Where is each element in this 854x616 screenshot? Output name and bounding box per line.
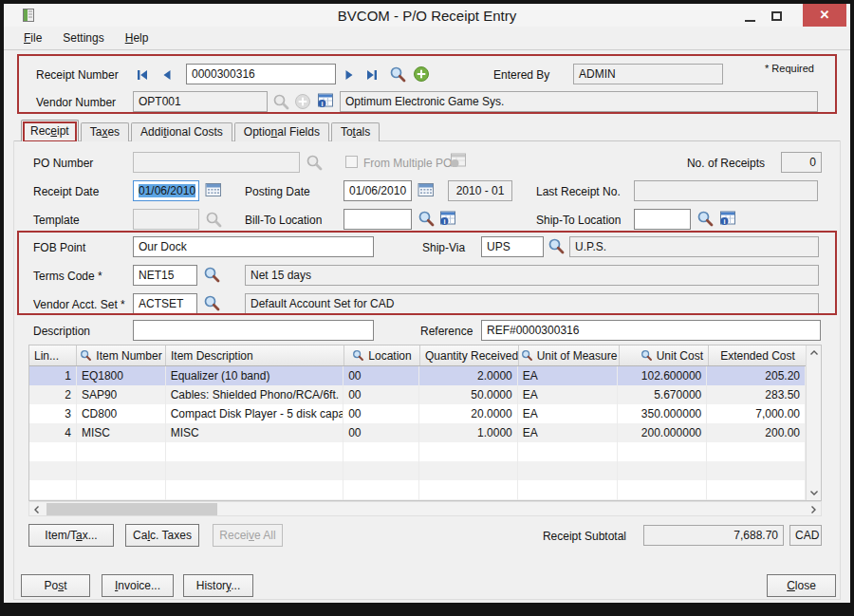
vendor-acct-set-input[interactable]: ACTSET <box>133 293 197 314</box>
tab-taxes[interactable]: Taxes <box>81 122 129 141</box>
nav-next-icon[interactable] <box>342 67 357 83</box>
grid-cell-unit_cost[interactable]: 102.600000 <box>618 366 707 385</box>
grid-cell-location[interactable] <box>343 499 419 500</box>
grid-cell-item_number[interactable]: MISC <box>77 423 166 442</box>
vendor-inquiry-icon[interactable]: i <box>317 93 334 108</box>
vertical-scrollbar[interactable] <box>806 345 821 500</box>
column-finder-icon[interactable] <box>640 349 653 362</box>
grid-cell-item_description[interactable]: Compact Disk Player - 5 disk capacity <box>166 404 344 423</box>
grid-cell-line[interactable]: 1 <box>29 366 77 385</box>
grid-cell-unit_of_measure[interactable]: EA <box>518 423 619 442</box>
grid-cell-item_number[interactable]: SAP90 <box>77 385 166 404</box>
grid-cell-item_description[interactable] <box>166 461 344 480</box>
table-row-1[interactable]: 1EQ1800Equalizer (10 band)002.0000EA102.… <box>29 366 806 385</box>
ship-to-location-input[interactable] <box>634 209 691 230</box>
grid-cell-unit_cost[interactable] <box>618 499 707 500</box>
ship-to-finder-icon[interactable] <box>696 210 715 228</box>
grid-cell-location[interactable]: 00 <box>343 404 419 423</box>
scroll-left-icon[interactable] <box>31 504 43 515</box>
tab-receipt[interactable]: Receipt <box>21 120 79 141</box>
grid-cell-location[interactable] <box>343 480 419 499</box>
grid-cell-line[interactable]: 3 <box>29 404 77 423</box>
grid-cell-item_number[interactable] <box>77 461 166 480</box>
scroll-up-icon[interactable] <box>808 347 820 359</box>
vendor-number-field[interactable]: OPT001 <box>133 91 268 112</box>
grid-cell-item_description[interactable]: MISC <box>166 423 344 442</box>
column-header-item_description[interactable]: Item Description <box>166 345 344 365</box>
grid-cell-item_number[interactable]: EQ1800 <box>77 366 166 385</box>
grid-cell-unit_cost[interactable]: 350.000000 <box>618 404 707 423</box>
grid-cell-extended_cost[interactable] <box>707 480 806 499</box>
grid-cell-unit_of_measure[interactable] <box>518 461 619 480</box>
nav-last-icon[interactable] <box>364 67 380 83</box>
bill-to-finder-icon[interactable] <box>418 210 436 228</box>
vendor-acct-finder-icon[interactable] <box>203 294 221 312</box>
close-button[interactable]: Close <box>767 574 836 597</box>
grid-cell-unit_cost[interactable]: 200.000000 <box>618 423 707 442</box>
grid-cell-unit_cost[interactable] <box>618 442 707 461</box>
maximize-button[interactable] <box>767 9 788 25</box>
item-tax-button[interactable]: Item/Tax... <box>28 524 114 547</box>
description-input[interactable] <box>133 320 374 341</box>
receipt-date-input[interactable]: 01/06/2010 <box>133 180 199 201</box>
grid-cell-unit_cost[interactable]: 5.670000 <box>618 385 707 404</box>
table-row-empty[interactable] <box>29 480 806 499</box>
grid-cell-quantity_received[interactable]: 1.0000 <box>419 423 518 442</box>
column-header-line[interactable]: Lin... <box>29 345 77 365</box>
grid-cell-line[interactable] <box>29 461 77 480</box>
grid-cell-item_description[interactable]: Equalizer (10 band) <box>166 366 344 385</box>
grid-cell-quantity_received[interactable] <box>419 442 518 461</box>
column-header-quantity_received[interactable]: Quantity Received <box>420 345 519 365</box>
ship-to-inquiry-icon[interactable]: i <box>719 211 736 226</box>
grid-cell-quantity_received[interactable]: 50.0000 <box>419 385 518 404</box>
receipt-finder-icon[interactable] <box>389 65 407 84</box>
grid-cell-item_description[interactable] <box>166 480 344 499</box>
horizontal-scrollbar[interactable] <box>28 501 822 516</box>
grid-cell-quantity_received[interactable]: 20.0000 <box>419 404 518 423</box>
grid-cell-line[interactable] <box>29 499 77 500</box>
grid-cell-quantity_received[interactable] <box>419 499 518 500</box>
grid-cell-item_description[interactable] <box>166 499 344 500</box>
grid-cell-unit_cost[interactable] <box>618 461 707 480</box>
table-row-empty[interactable] <box>29 442 806 461</box>
grid-cell-location[interactable]: 00 <box>343 423 419 442</box>
grid-cell-location[interactable] <box>343 461 419 480</box>
column-finder-icon[interactable] <box>80 349 92 362</box>
grid-cell-extended_cost[interactable]: 7,000.00 <box>707 404 806 423</box>
grid-cell-unit_cost[interactable] <box>618 480 707 499</box>
grid-cell-unit_of_measure[interactable] <box>518 442 619 461</box>
post-button[interactable]: Post <box>21 574 90 597</box>
column-header-extended_cost[interactable]: Extended Cost <box>709 345 808 365</box>
column-finder-icon[interactable] <box>521 349 533 362</box>
table-row-4[interactable]: 4MISCMISC001.0000EA200.000000200.00 <box>29 423 806 442</box>
grid-cell-unit_of_measure[interactable]: EA <box>518 366 619 385</box>
grid-cell-line[interactable] <box>29 480 77 499</box>
menu-item-help[interactable]: Help <box>117 29 158 47</box>
terms-code-input[interactable]: NET15 <box>133 265 197 286</box>
grid-cell-quantity_received[interactable] <box>419 461 518 480</box>
grid-cell-item_number[interactable]: CD800 <box>77 404 166 423</box>
minimize-button[interactable] <box>740 9 761 25</box>
grid-cell-item_description[interactable] <box>166 442 344 461</box>
close-window-button[interactable]: ✕ <box>803 4 846 27</box>
terms-finder-icon[interactable] <box>203 266 221 284</box>
grid-cell-line[interactable]: 2 <box>29 385 77 404</box>
grid-cell-line[interactable] <box>29 442 77 461</box>
grid-cell-line[interactable]: 4 <box>29 423 77 442</box>
invoice-button[interactable]: Invoice... <box>102 574 174 597</box>
column-header-unit_cost[interactable]: Unit Cost <box>620 345 709 365</box>
grid-cell-extended_cost[interactable]: 200.00 <box>707 423 806 442</box>
grid-cell-item_number[interactable] <box>77 442 166 461</box>
grid-cell-item_number[interactable] <box>77 499 166 500</box>
tab-additional-costs[interactable]: Additional Costs <box>131 122 232 141</box>
tab-totals[interactable]: Totals <box>331 122 380 141</box>
history-button[interactable]: History... <box>183 574 253 597</box>
posting-date-input[interactable]: 01/06/2010 <box>343 180 412 201</box>
ship-via-finder-icon[interactable] <box>548 237 566 255</box>
grid-cell-location[interactable]: 00 <box>343 385 419 404</box>
column-header-item_number[interactable]: Item Number <box>77 345 166 365</box>
column-finder-icon[interactable] <box>352 349 364 362</box>
bill-to-location-input[interactable] <box>343 209 412 230</box>
menu-item-file[interactable]: File <box>15 29 50 47</box>
column-header-location[interactable]: Location <box>344 345 420 365</box>
